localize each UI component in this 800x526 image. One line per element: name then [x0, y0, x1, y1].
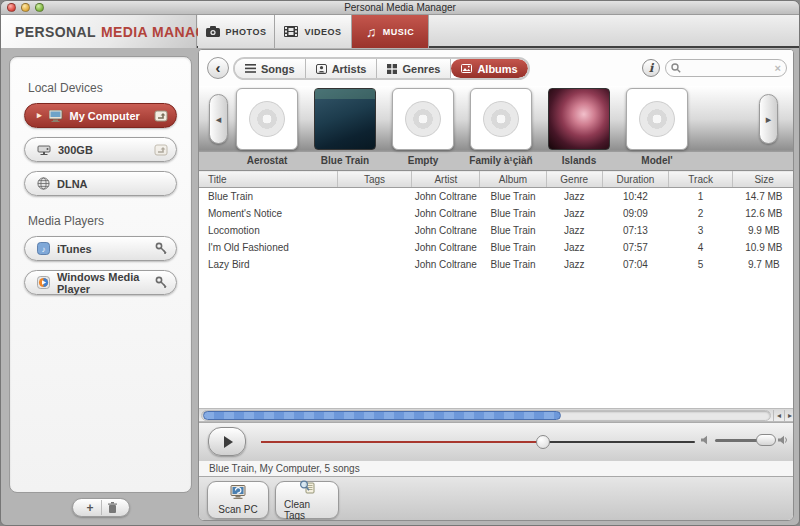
seek-thumb[interactable] [536, 435, 550, 449]
album-item[interactable]: Family à¹çiàñ [469, 88, 533, 170]
table-row[interactable]: LocomotionJohn ColtraneBlue TrainJazz07:… [199, 222, 794, 239]
tab-music-label: MUSIC [383, 27, 415, 37]
song-table: TitleTagsArtistAlbumGenreDurationTrackSi… [199, 170, 794, 273]
picture-icon [461, 64, 472, 73]
song-table-body: Blue TrainJohn ColtraneBlue TrainJazz10:… [199, 188, 794, 273]
sidebar: Local Devices ▸ My Computer 300GB DLNA M… [9, 56, 192, 493]
seek-slider[interactable] [261, 434, 695, 450]
table-row[interactable]: Lazy BirdJohn ColtraneBlue TrainJazz07:0… [199, 256, 794, 273]
device-my-computer[interactable]: ▸ My Computer [24, 103, 177, 128]
table-cell: 4 [669, 239, 733, 256]
album-title: Model' [641, 155, 672, 166]
table-cell: 3 [669, 222, 733, 239]
search-icon [671, 59, 681, 77]
tab-photos[interactable]: PHOTOS [198, 15, 275, 48]
album-carousel: ◂ AerostatBlue TrainEmptyFamily à¹çiàñIs… [199, 86, 793, 170]
table-row[interactable]: Moment's NoticeJohn ColtraneBlue TrainJa… [199, 205, 794, 222]
table-cell: John Coltrane [412, 256, 480, 273]
clean-tags-button[interactable]: Clean Tags [275, 481, 339, 519]
play-button[interactable] [208, 427, 246, 456]
bottom-bar: Scan PC Clean Tags [199, 476, 793, 521]
horizontal-scrollbar: ◂ ▸ [199, 408, 793, 422]
horizontal-scrollbar-track[interactable] [201, 410, 771, 421]
scroll-right-button[interactable]: ▸ [784, 410, 794, 421]
selected-arrow-icon: ▸ [37, 111, 42, 120]
song-table-header: TitleTagsArtistAlbumGenreDurationTrackSi… [199, 171, 794, 188]
table-cell: 07:04 [602, 256, 668, 273]
volume-slider[interactable] [715, 439, 773, 442]
scan-pc-icon [229, 485, 247, 502]
album-item[interactable]: Islands [547, 88, 611, 170]
speaker-low-icon [701, 431, 710, 449]
volume-thumb[interactable] [756, 434, 776, 446]
info-button[interactable]: i [642, 59, 660, 77]
device-label: DLNA [57, 178, 168, 190]
key-icon [155, 242, 168, 255]
back-button[interactable]: ‹ [207, 57, 229, 79]
device-label: 300GB [58, 144, 147, 156]
scan-pc-button[interactable]: Scan PC [207, 481, 269, 519]
device-dlna[interactable]: DLNA [24, 171, 177, 196]
view-tab-label: Songs [261, 63, 295, 75]
search-input[interactable] [685, 63, 771, 74]
table-cell: 09:09 [602, 205, 668, 222]
view-tab-label: Artists [332, 63, 367, 75]
top-bar: PERSONAL MEDIA MANAGER PHOTOS VIDEOS ♫ M… [1, 15, 799, 48]
view-tab-artists[interactable]: Artists [306, 59, 378, 78]
carousel-next-button[interactable]: ▸ [759, 94, 778, 144]
view-tab-songs[interactable]: Songs [235, 59, 306, 78]
minimize-window-button[interactable] [21, 3, 30, 12]
carousel-prev-button[interactable]: ◂ [209, 94, 228, 144]
column-header[interactable]: Title [199, 171, 337, 188]
table-row[interactable]: I'm Old FashionedJohn ColtraneBlue Train… [199, 239, 794, 256]
column-header[interactable]: Duration [602, 171, 668, 188]
table-cell: Jazz [546, 256, 602, 273]
tab-photos-label: PHOTOS [226, 27, 267, 37]
import-icon [154, 144, 168, 156]
clear-search-icon[interactable]: × [775, 63, 781, 74]
player-itunes[interactable]: ♪ iTunes [24, 236, 177, 261]
close-window-button[interactable] [7, 3, 16, 12]
view-tab-genres[interactable]: Genres [377, 59, 451, 78]
table-cell: Blue Train [480, 188, 546, 205]
album-carousel-items: AerostatBlue TrainEmptyFamily à¹çiàñIsla… [235, 88, 755, 170]
volume-control [701, 431, 789, 449]
delete-device-button[interactable] [101, 500, 123, 515]
column-header[interactable]: Size [733, 171, 794, 188]
view-tab-label: Albums [477, 63, 517, 75]
table-cell [337, 205, 411, 222]
column-header[interactable]: Artist [412, 171, 480, 188]
add-device-button[interactable]: + [79, 500, 101, 515]
tab-music[interactable]: ♫ MUSIC [352, 15, 429, 48]
column-header[interactable]: Genre [546, 171, 602, 188]
table-cell: 07:13 [602, 222, 668, 239]
table-cell [337, 239, 411, 256]
column-header[interactable]: Album [480, 171, 546, 188]
table-cell: 10.9 MB [733, 239, 794, 256]
seek-progress [261, 441, 543, 443]
window-title: Personal Media Manager [1, 1, 799, 14]
album-item[interactable]: Blue Train [313, 88, 377, 170]
brand-personal: PERSONAL [15, 24, 96, 40]
album-item[interactable]: Empty [391, 88, 455, 170]
table-cell [337, 256, 411, 273]
column-header[interactable]: Tags [337, 171, 411, 188]
table-row[interactable]: Blue TrainJohn ColtraneBlue TrainJazz10:… [199, 188, 794, 205]
sidebar-actions: + [72, 498, 130, 517]
album-item[interactable]: Aerostat [235, 88, 299, 170]
horizontal-scrollbar-thumb[interactable] [203, 411, 561, 420]
player-label: Windows Media Player [57, 271, 148, 295]
column-header[interactable]: Track [669, 171, 733, 188]
table-cell: Blue Train [480, 205, 546, 222]
film-icon [284, 26, 298, 37]
scroll-left-button[interactable]: ◂ [773, 410, 784, 421]
album-title: Islands [562, 155, 596, 166]
view-tab-albums[interactable]: Albums [451, 59, 527, 78]
svg-text:♪: ♪ [42, 245, 46, 254]
player-windows-media-player[interactable]: Windows Media Player [24, 270, 177, 295]
zoom-window-button[interactable] [35, 3, 44, 12]
tab-videos[interactable]: VIDEOS [275, 15, 352, 48]
album-item[interactable]: Model' [625, 88, 689, 170]
scan-pc-label: Scan PC [218, 504, 257, 515]
device-300gb[interactable]: 300GB [24, 137, 177, 162]
